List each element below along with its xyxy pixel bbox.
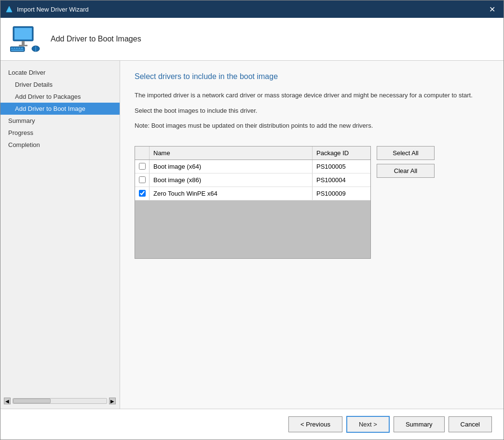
- row1-name: Boot image (x64): [150, 160, 313, 173]
- svg-rect-4: [19, 45, 27, 46]
- close-button[interactable]: ✕: [485, 2, 499, 16]
- sidebar-item-locate-driver[interactable]: Locate Driver: [0, 67, 120, 79]
- svg-rect-7: [14, 48, 15, 49]
- sidebar: Locate Driver Driver Details Add Driver …: [0, 61, 120, 409]
- row2-checkbox[interactable]: [139, 176, 146, 183]
- sidebar-item-completion[interactable]: Completion: [0, 139, 120, 151]
- svg-rect-11: [11, 50, 24, 51]
- content-area: Name Package ID Boot image (x64) PS10000…: [135, 146, 489, 259]
- row3-name: Zero Touch WinPE x64: [150, 187, 313, 200]
- svg-rect-2: [14, 28, 32, 40]
- description-1: The imported driver is a network card dr…: [135, 91, 489, 100]
- sidebar-item-add-driver-packages[interactable]: Add Driver to Packages: [0, 91, 120, 103]
- next-button[interactable]: Next >: [346, 416, 390, 433]
- row2-package: PS100004: [313, 173, 370, 187]
- row2-name: Boot image (x86): [150, 173, 313, 187]
- footer: < Previous Next > Summary Cancel: [0, 409, 504, 440]
- description-2: Select the boot images to include this d…: [135, 106, 489, 116]
- previous-button[interactable]: < Previous: [288, 416, 342, 432]
- sidebar-item-progress[interactable]: Progress: [0, 127, 120, 139]
- table-header: Name Package ID: [135, 147, 370, 160]
- section-title: Select drivers to include in the boot im…: [135, 72, 489, 81]
- row2-checkbox-cell: [135, 173, 150, 187]
- sidebar-item-driver-details[interactable]: Driver Details: [0, 79, 120, 91]
- svg-rect-3: [22, 41, 25, 45]
- sidebar-item-summary[interactable]: Summary: [0, 115, 120, 127]
- main-content: Select drivers to include in the boot im…: [120, 61, 504, 409]
- row3-checkbox-cell: [135, 187, 150, 200]
- table-buttons: Select All Clear All: [377, 146, 435, 178]
- cancel-button[interactable]: Cancel: [449, 416, 492, 432]
- header-area: Add Driver to Boot Images: [0, 18, 504, 61]
- svg-marker-0: [6, 6, 12, 12]
- svg-rect-9: [18, 48, 20, 49]
- summary-button[interactable]: Summary: [394, 416, 445, 432]
- title-bar-title: Import New Driver Wizard: [17, 6, 485, 13]
- svg-rect-10: [21, 48, 23, 49]
- wizard-window: Import New Driver Wizard ✕: [0, 0, 504, 440]
- header-computer-icon: [10, 26, 41, 53]
- clear-all-button[interactable]: Clear All: [377, 164, 435, 178]
- row3-package: PS100009: [313, 187, 370, 200]
- boot-images-table: Name Package ID Boot image (x64) PS10000…: [135, 146, 371, 259]
- row1-checkbox[interactable]: [139, 163, 146, 170]
- scrollbar-track[interactable]: [13, 398, 107, 404]
- svg-rect-6: [11, 48, 13, 49]
- th-checkbox: [135, 147, 150, 160]
- scroll-right-btn[interactable]: ▶: [109, 398, 116, 404]
- description-3: Note: Boot images must be updated on the…: [135, 121, 489, 131]
- body: Locate Driver Driver Details Add Driver …: [0, 61, 504, 409]
- table-empty-area: [135, 200, 370, 258]
- table-row: Boot image (x86) PS100004: [135, 173, 370, 187]
- scroll-left-btn[interactable]: ◀: [4, 398, 11, 404]
- sidebar-scrollbar[interactable]: ◀ ▶: [0, 396, 120, 406]
- select-all-button[interactable]: Select All: [377, 146, 435, 160]
- sidebar-item-add-driver-boot[interactable]: Add Driver to Boot Image: [0, 103, 120, 115]
- svg-rect-5: [10, 47, 25, 52]
- title-bar: Import New Driver Wizard ✕: [0, 0, 504, 18]
- row3-checkbox[interactable]: [139, 190, 146, 197]
- scrollbar-thumb[interactable]: [13, 399, 51, 403]
- table-row: Zero Touch WinPE x64 PS100009: [135, 187, 370, 200]
- header-title: Add Driver to Boot Images: [51, 35, 141, 43]
- row1-package: PS100005: [313, 160, 370, 173]
- svg-rect-8: [16, 48, 18, 49]
- th-name: Name: [150, 147, 313, 160]
- table-row: Boot image (x64) PS100005: [135, 160, 370, 173]
- title-bar-icon: [5, 5, 13, 13]
- row1-checkbox-cell: [135, 160, 150, 173]
- th-package: Package ID: [313, 147, 370, 160]
